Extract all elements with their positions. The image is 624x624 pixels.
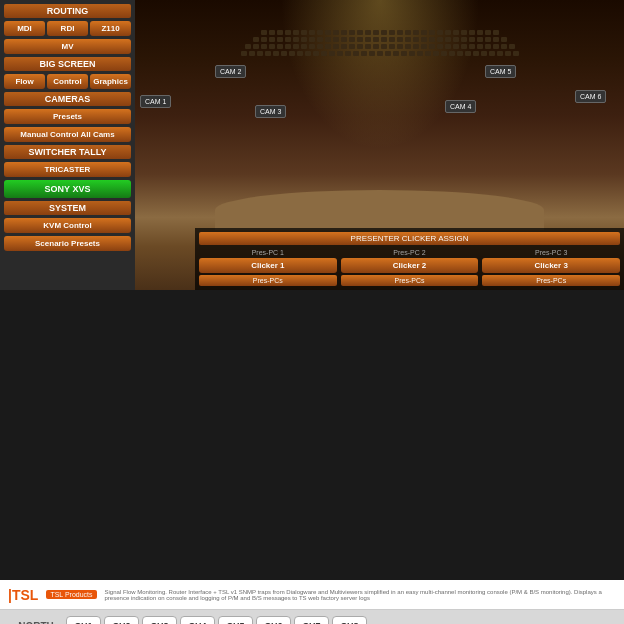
- auditorium: [155, 30, 604, 190]
- pres-pcs2-button[interactable]: Pres-PCs: [341, 275, 479, 286]
- rdi-button[interactable]: RDI: [47, 21, 88, 36]
- tricaster-button[interactable]: TRICASTER: [4, 162, 131, 177]
- cameras-section-title: CAMERAS: [4, 92, 131, 106]
- ch4-button[interactable]: CH4: [180, 616, 215, 624]
- pres-pcs3-button[interactable]: Pres-PCs: [482, 275, 620, 286]
- ch5-button[interactable]: CH5: [218, 616, 253, 624]
- ch6-button[interactable]: CH6: [256, 616, 291, 624]
- north-section: NORTH CH1 CH2 CH3 CH4 CH5 CH6 CH7 CH8: [6, 616, 618, 624]
- stage-floor: [215, 190, 544, 230]
- clicker2-button[interactable]: Clicker 2: [341, 258, 479, 273]
- north-label: NORTH: [6, 621, 66, 625]
- sony-xvs-button[interactable]: SONY XVS: [4, 180, 131, 198]
- top-section: ROUTING MDI RDI Z110 MV BIG SCREEN Flow …: [0, 0, 624, 290]
- ch8-button[interactable]: CH8: [332, 616, 367, 624]
- ch7-button[interactable]: CH7: [294, 616, 329, 624]
- tsl-text: TSL: [12, 587, 38, 603]
- ch1-button[interactable]: CH1: [66, 616, 101, 624]
- scenario-button[interactable]: Scenario Presets: [4, 236, 131, 251]
- presenter-section: PRESENTER CLICKER ASSIGN Pres-PC 1 Click…: [195, 228, 624, 290]
- mv-button[interactable]: MV: [4, 39, 131, 54]
- pres-pc3-header: Pres-PC 3: [482, 249, 620, 256]
- ch3-button[interactable]: CH3: [142, 616, 177, 624]
- tsl-header: |TSL TSL Products Signal Flow Monitoring…: [0, 580, 624, 610]
- ch2-button[interactable]: CH2: [104, 616, 139, 624]
- kvm-button[interactable]: KVM Control: [4, 218, 131, 233]
- presenter-title: PRESENTER CLICKER ASSIGN: [199, 232, 620, 245]
- presets-button[interactable]: Presets: [4, 109, 131, 124]
- control-button[interactable]: Control: [47, 74, 88, 89]
- routing-section-title: ROUTING: [4, 4, 131, 18]
- pres-pc1-header: Pres-PC 1: [199, 249, 337, 256]
- big-screen-section-title: BIG SCREEN: [4, 57, 131, 71]
- tsl-logo: |TSL: [8, 587, 38, 603]
- mdi-button[interactable]: MDI: [4, 21, 45, 36]
- clicker1-button[interactable]: Clicker 1: [199, 258, 337, 273]
- pres-pc2-header: Pres-PC 2: [341, 249, 479, 256]
- flow-button[interactable]: Flow: [4, 74, 45, 89]
- stage-area: CAM 1 CAM 2 CAM 3 CAM 4 CAM 5 CAM 6 PRES…: [135, 0, 624, 290]
- tsl-products-badge: TSL Products: [46, 590, 96, 599]
- manual-control-button[interactable]: Manual Control All Cams: [4, 127, 131, 142]
- north-channels: CH1 CH2 CH3 CH4 CH5 CH6 CH7 CH8: [66, 616, 458, 624]
- pres-pcs1-button[interactable]: Pres-PCs: [199, 275, 337, 286]
- sidebar: ROUTING MDI RDI Z110 MV BIG SCREEN Flow …: [0, 0, 135, 290]
- channels-area: NORTH CH1 CH2 CH3 CH4 CH5 CH6 CH7 CH8 SO…: [0, 610, 624, 624]
- switcher-tally-section-title: SWITCHER TALLY: [4, 145, 131, 159]
- z110-button[interactable]: Z110: [90, 21, 131, 36]
- clicker3-button[interactable]: Clicker 3: [482, 258, 620, 273]
- graphics-button[interactable]: Graphics: [90, 74, 131, 89]
- bottom-section: |TSL TSL Products Signal Flow Monitoring…: [0, 580, 624, 624]
- system-section-title: SYSTEM: [4, 201, 131, 215]
- tsl-info-text: Signal Flow Monitoring. Router Interface…: [105, 589, 616, 601]
